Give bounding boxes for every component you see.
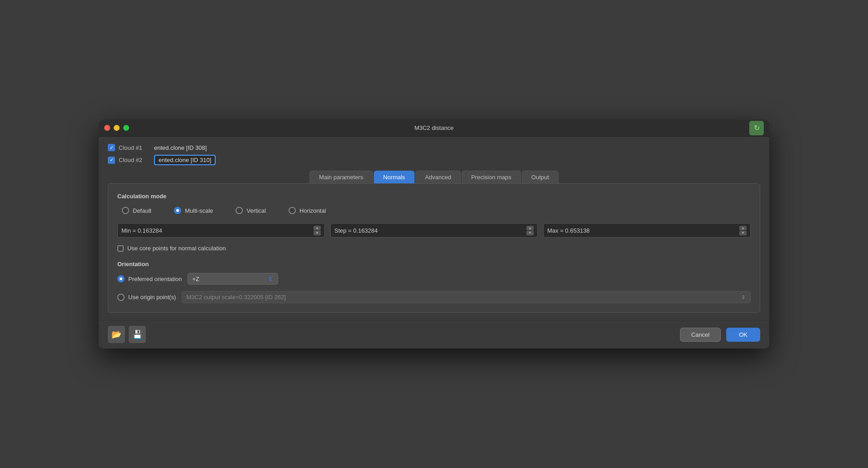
min-value: Min = 0.163284 — [121, 227, 313, 234]
tab-main-parameters[interactable]: Main parameters — [309, 171, 373, 183]
spinners-row: Min = 0.163284 ▲ ▼ Step = 0.163284 ▲ ▼ M… — [117, 223, 751, 238]
cloud1-label: Cloud #1 — [119, 144, 150, 151]
radio-preferred-orientation[interactable]: Preferred orientation — [117, 275, 182, 282]
orientation-select-value: +Z — [193, 276, 264, 282]
main-panel: Calculation mode Default Multi-scale Ver… — [108, 183, 760, 313]
origin-input[interactable]: M3C2 output scale=0.322005 [ID 262] ⇕ — [182, 291, 751, 303]
ok-button[interactable]: OK — [726, 328, 760, 342]
tab-advanced[interactable]: Advanced — [415, 171, 461, 183]
titlebar: M3C2 distance ↻ — [99, 119, 769, 137]
orientation-title: Orientation — [117, 261, 751, 267]
tabs-container: Main parameters Normals Advanced Precisi… — [108, 171, 760, 183]
footer-left-buttons: 📂 💾 — [108, 326, 146, 343]
main-window: M3C2 distance ↻ ✓ Cloud #1 ented.clone [… — [99, 119, 769, 349]
origin-select-arrows-icon: ⇕ — [741, 294, 746, 301]
min-spinner-down[interactable]: ▼ — [313, 231, 321, 235]
radio-origin-outer — [117, 294, 125, 301]
preferred-orientation-row: Preferred orientation +Z ⇕ — [117, 273, 751, 285]
radio-multiscale-outer — [174, 207, 181, 214]
radio-horizontal[interactable]: Horizontal — [289, 207, 326, 214]
radio-origin-point[interactable]: Use origin point(s) — [117, 294, 176, 301]
radio-preferred-outer — [117, 275, 125, 282]
radio-default[interactable]: Default — [122, 207, 151, 214]
radio-default-label: Default — [133, 207, 151, 214]
origin-row: Use origin point(s) M3C2 output scale=0.… — [117, 291, 751, 303]
origin-label: Use origin point(s) — [128, 294, 176, 301]
window-title: M3C2 distance — [415, 124, 454, 131]
orientation-select[interactable]: +Z ⇕ — [188, 273, 278, 285]
step-spinner-down[interactable]: ▼ — [526, 231, 534, 235]
min-spinner[interactable]: Min = 0.163284 ▲ ▼ — [117, 223, 325, 238]
tab-precision-maps[interactable]: Precision maps — [462, 171, 521, 183]
load-file-button[interactable]: 📂 — [108, 326, 125, 343]
radio-multiscale[interactable]: Multi-scale — [174, 207, 213, 214]
max-spinner[interactable]: Max = 0.653138 ▲ ▼ — [543, 223, 751, 238]
radio-horizontal-outer — [289, 207, 296, 214]
radio-horizontal-label: Horizontal — [299, 207, 326, 214]
step-spinner[interactable]: Step = 0.163284 ▲ ▼ — [330, 223, 538, 238]
orientation-select-arrows-icon: ⇕ — [268, 275, 273, 282]
core-points-checkbox-row: Use core points for normal calculation — [117, 245, 751, 252]
save-file-button[interactable]: 💾 — [129, 326, 146, 343]
cloud2-label: Cloud #2 — [119, 157, 150, 163]
max-value: Max = 0.653138 — [547, 227, 739, 234]
radio-vertical-label: Vertical — [246, 207, 266, 214]
tab-normals[interactable]: Normals — [374, 171, 415, 183]
load-file-icon: 📂 — [111, 330, 121, 339]
cloud2-value: ented.clone [ID 310] — [154, 155, 216, 165]
footer-right-buttons: Cancel OK — [680, 328, 760, 342]
max-spinner-arrows: ▲ ▼ — [739, 226, 747, 235]
minimize-button[interactable] — [114, 125, 120, 131]
cloud2-checkbox[interactable]: ✓ — [108, 157, 115, 164]
cloud1-value: ented.clone [ID 308] — [154, 144, 207, 151]
radio-vertical[interactable]: Vertical — [236, 207, 266, 214]
radio-preferred-inner — [120, 277, 122, 280]
step-spinner-up[interactable]: ▲ — [526, 226, 534, 230]
step-value: Step = 0.163284 — [334, 227, 526, 234]
refresh-icon: ↻ — [754, 124, 760, 132]
radio-multiscale-inner — [176, 209, 179, 212]
footer: 📂 💾 Cancel OK — [99, 320, 769, 349]
calculation-mode-radio-group: Default Multi-scale Vertical Horizontal — [117, 207, 751, 214]
radio-vertical-outer — [236, 207, 243, 214]
core-points-checkbox[interactable] — [117, 245, 124, 252]
cloud1-row: ✓ Cloud #1 ented.clone [ID 308] — [108, 144, 760, 151]
calculation-mode-title: Calculation mode — [117, 193, 751, 200]
min-spinner-up[interactable]: ▲ — [313, 226, 321, 230]
save-file-icon: 💾 — [132, 330, 142, 339]
close-button[interactable] — [104, 125, 110, 131]
maximize-button[interactable] — [123, 125, 129, 131]
max-spinner-down[interactable]: ▼ — [739, 231, 747, 235]
step-spinner-arrows: ▲ ▼ — [526, 226, 534, 235]
min-spinner-arrows: ▲ ▼ — [313, 226, 321, 235]
max-spinner-up[interactable]: ▲ — [739, 226, 747, 230]
core-points-label: Use core points for normal calculation — [127, 245, 226, 252]
radio-default-outer — [122, 207, 129, 214]
tab-output[interactable]: Output — [522, 171, 559, 183]
refresh-button[interactable]: ↻ — [749, 121, 764, 135]
cloud1-checkbox[interactable]: ✓ — [108, 144, 115, 151]
origin-placeholder: M3C2 output scale=0.322005 [ID 262] — [187, 294, 286, 301]
cloud2-row: ✓ Cloud #2 ented.clone [ID 310] — [108, 155, 760, 165]
cancel-button[interactable]: Cancel — [680, 328, 721, 342]
radio-multiscale-label: Multi-scale — [185, 207, 213, 214]
content-area: ✓ Cloud #1 ented.clone [ID 308] ✓ Cloud … — [99, 137, 769, 313]
preferred-orientation-label: Preferred orientation — [128, 276, 182, 282]
traffic-lights — [104, 125, 129, 131]
